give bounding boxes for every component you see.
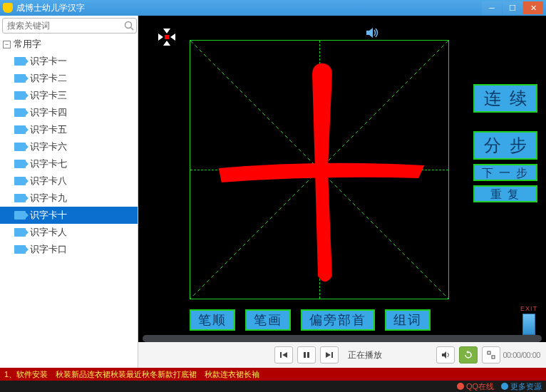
video-icon (14, 143, 26, 151)
info-buttons: 笔顺 笔画 偏旁部首 组词 (190, 309, 431, 331)
continuous-button[interactable]: 连续 (473, 84, 537, 113)
title-bar: 成博士幼儿学汉字 ─ ☐ ✕ (0, 0, 546, 16)
exit-button[interactable] (522, 314, 535, 335)
svg-rect-19 (492, 356, 495, 359)
exit-label: EXIT (520, 305, 537, 312)
svg-rect-10 (280, 352, 282, 358)
svg-rect-12 (304, 352, 306, 358)
minimize-button[interactable]: ─ (482, 1, 502, 14)
sidebar-item[interactable]: 识字卡四 (0, 104, 138, 121)
video-icon (14, 211, 26, 220)
speaker-icon[interactable] (365, 26, 379, 40)
sidebar-item-label: 识字卡人 (30, 226, 67, 239)
window-title: 成博士幼儿学汉字 (16, 2, 85, 14)
svg-line-1 (131, 28, 134, 31)
sidebar-item-label: 识字卡九 (30, 192, 67, 205)
svg-rect-13 (307, 352, 309, 358)
main-panel: 连续 分步 下一步 重复 笔顺 笔画 偏旁部首 组词 EXIT (138, 16, 546, 368)
step-button[interactable]: 分步 (473, 131, 537, 160)
collapse-icon[interactable]: − (3, 41, 11, 48)
refresh-button[interactable] (459, 346, 478, 363)
close-button[interactable]: ✕ (523, 1, 543, 14)
next-button[interactable] (320, 346, 339, 363)
video-icon (14, 228, 26, 237)
prev-button[interactable] (274, 346, 293, 363)
svg-marker-3 (158, 33, 163, 41)
repeat-button[interactable]: 重复 (473, 185, 537, 202)
sidebar-item[interactable]: 识字卡八 (0, 172, 138, 190)
svg-marker-11 (282, 352, 287, 358)
sidebar: − 常用字 识字卡一识字卡二识字卡三识字卡四识字卡五识字卡六识字卡七识字卡八识字… (0, 16, 138, 368)
video-icon (14, 57, 26, 66)
seek-bar[interactable] (143, 335, 542, 342)
stroke-controls: 连续 分步 下一步 重复 (473, 84, 537, 202)
fullscreen-icon[interactable] (158, 29, 175, 46)
search-input[interactable] (2, 18, 137, 33)
sidebar-item-label: 识字卡四 (30, 106, 67, 119)
sidebar-item[interactable]: 识字卡口 (0, 241, 138, 258)
sidebar-item[interactable]: 识字卡十 (0, 207, 138, 224)
qq-icon (457, 383, 464, 390)
svg-marker-6 (163, 41, 170, 46)
sidebar-item-label: 识字卡七 (30, 158, 67, 170)
maximize-button[interactable]: ☐ (503, 1, 522, 14)
volume-button[interactable] (436, 346, 455, 363)
status-bar: QQ在线 更多资源 (0, 381, 546, 392)
sidebar-item-label: 识字卡五 (30, 123, 67, 136)
svg-rect-2 (165, 35, 169, 39)
sidebar-item[interactable]: 识字卡一 (0, 53, 138, 70)
sidebar-item-label: 识字卡一 (30, 55, 67, 68)
video-icon (14, 74, 26, 83)
svg-marker-7 (366, 28, 373, 38)
video-icon (14, 160, 26, 168)
svg-marker-17 (466, 351, 468, 354)
sidebar-item[interactable]: 识字卡二 (0, 70, 138, 87)
sidebar-item-label: 识字卡口 (30, 243, 67, 256)
sidebar-item-label: 识字卡八 (30, 175, 67, 187)
svg-marker-16 (442, 351, 446, 359)
sidebar-item-label: 识字卡三 (30, 89, 67, 102)
video-icon (14, 194, 26, 202)
player-controls: 正在播放 00:00/00:00 (138, 342, 546, 368)
svg-marker-4 (170, 33, 175, 41)
play-status: 正在播放 (348, 349, 382, 361)
resources-icon (501, 383, 508, 390)
video-icon (14, 91, 26, 100)
svg-marker-5 (163, 29, 170, 33)
sidebar-item[interactable]: 识字卡人 (0, 224, 138, 241)
character-grid (190, 40, 449, 299)
more-resources-link[interactable]: 更多资源 (501, 381, 542, 392)
ticker-text: 1、软件安装 秋装新品连衣裙秋装最近秋冬新款打底裙 秋款连衣裙长袖 (4, 369, 542, 380)
svg-point-0 (125, 22, 132, 29)
ticker-bar: 1、软件安装 秋装新品连衣裙秋装最近秋冬新款打底裙 秋款连衣裙长袖 (0, 368, 546, 381)
sidebar-item[interactable]: 识字卡七 (0, 155, 138, 172)
fullscreen-button[interactable] (482, 346, 500, 363)
strokes-button[interactable]: 笔画 (245, 309, 291, 331)
next-step-button[interactable]: 下一步 (473, 164, 537, 181)
exit-area: EXIT (520, 305, 537, 335)
pause-button[interactable] (297, 346, 316, 363)
svg-rect-15 (331, 352, 333, 358)
words-button[interactable]: 组词 (385, 309, 431, 331)
tree-category[interactable]: − 常用字 (0, 36, 138, 53)
video-icon (14, 245, 26, 254)
tree: − 常用字 识字卡一识字卡二识字卡三识字卡四识字卡五识字卡六识字卡七识字卡八识字… (0, 36, 138, 258)
search-icon[interactable] (123, 18, 135, 33)
sidebar-item[interactable]: 识字卡五 (0, 121, 138, 138)
sidebar-item[interactable]: 识字卡三 (0, 87, 138, 104)
character-stroke (190, 41, 448, 299)
qq-link[interactable]: QQ在线 (457, 381, 494, 392)
sidebar-item-label: 识字卡十 (30, 209, 67, 222)
svg-marker-14 (326, 352, 331, 358)
stroke-order-button[interactable]: 笔顺 (190, 309, 235, 331)
video-icon (14, 177, 26, 185)
sidebar-item-label: 识字卡六 (30, 140, 67, 153)
sidebar-item-label: 识字卡二 (30, 72, 67, 85)
app-icon (3, 3, 13, 13)
video-icon (14, 125, 26, 134)
radical-button[interactable]: 偏旁部首 (301, 309, 375, 331)
svg-rect-18 (488, 351, 490, 354)
sidebar-item[interactable]: 识字卡九 (0, 190, 138, 207)
timecode: 00:00/00:00 (503, 351, 540, 359)
sidebar-item[interactable]: 识字卡六 (0, 138, 138, 155)
